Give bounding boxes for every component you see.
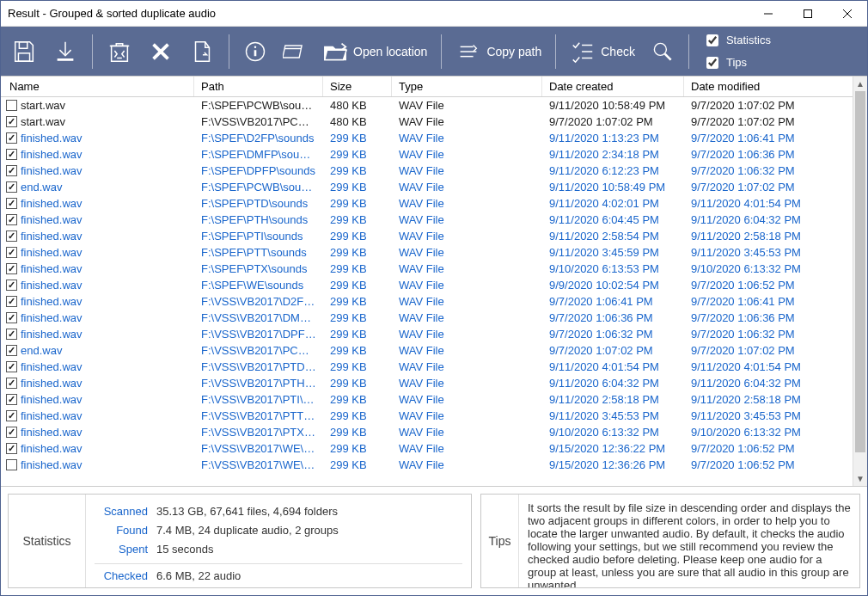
row-checkbox[interactable] (6, 149, 17, 160)
stat-scanned-key: Scanned (95, 505, 148, 518)
row-checkbox[interactable] (6, 443, 17, 454)
col-type[interactable]: Type (392, 77, 542, 96)
table-row[interactable]: end.wavF:\VSS\VB2017\PCWB\s...299 KBWAV … (1, 342, 853, 359)
svg-point-23 (654, 43, 666, 55)
cell-type: WAV File (392, 115, 542, 128)
window-button[interactable] (278, 32, 312, 71)
table-row[interactable]: finished.wavF:\SPEF\PTI\sounds299 KBWAV … (1, 228, 853, 244)
table-row[interactable]: finished.wavF:\SPEF\D2FP\sounds299 KBWAV… (1, 130, 853, 146)
stat-scanned-val: 35.13 GB, 67,641 files, 4,694 folders (156, 505, 338, 518)
row-checkbox[interactable] (6, 132, 17, 144)
cell-name: finished.wav (21, 148, 83, 161)
table-row[interactable]: finished.wavF:\VSS\VB2017\PTT\sou...299 … (1, 408, 853, 424)
row-checkbox[interactable] (6, 410, 17, 421)
minimize-button[interactable] (749, 1, 788, 27)
info-button[interactable] (238, 32, 272, 71)
scroll-thumb[interactable] (855, 91, 865, 452)
cell-size: 480 KB (323, 99, 392, 112)
row-checkbox[interactable] (6, 427, 17, 438)
table-row[interactable]: finished.wavF:\SPEF\PTH\sounds299 KBWAV … (1, 212, 853, 228)
table-row[interactable]: finished.wavF:\VSS\VB2017\WE\bin...299 K… (1, 457, 853, 473)
table-row[interactable]: finished.wavF:\SPEF\PTT\sounds299 KBWAV … (1, 244, 853, 261)
row-checkbox[interactable] (6, 296, 17, 307)
col-path[interactable]: Path (194, 77, 323, 96)
cell-type: WAV File (392, 148, 542, 161)
table-row[interactable]: start.wavF:\SPEF\PCWB\sounds480 KBWAV Fi… (1, 97, 853, 114)
table-row[interactable]: finished.wavF:\SPEF\PTX\sounds299 KBWAV … (1, 261, 853, 277)
cell-modified: 9/11/2020 2:58:18 PM (684, 230, 853, 243)
col-name[interactable]: Name (1, 77, 194, 96)
row-checkbox[interactable] (6, 165, 17, 176)
download-button[interactable] (47, 32, 83, 71)
tips-title: Tips (481, 495, 519, 587)
svg-rect-8 (112, 46, 128, 61)
open-location-button[interactable]: Open location (317, 32, 432, 71)
row-checkbox[interactable] (6, 345, 17, 356)
cell-size: 299 KB (323, 344, 392, 357)
separator (555, 34, 556, 69)
stat-checked-key: Checked (95, 569, 148, 582)
row-checkbox[interactable] (6, 280, 17, 291)
row-checkbox[interactable] (6, 181, 17, 193)
table-row[interactable]: finished.wavF:\SPEF\DMFP\sounds299 KBWAV… (1, 146, 853, 163)
copy-path-button[interactable]: Copy path (450, 32, 547, 71)
table-row[interactable]: end.wavF:\SPEF\PCWB\sounds299 KBWAV File… (1, 179, 853, 195)
table-row[interactable]: finished.wavF:\SPEF\WE\sounds299 KBWAV F… (1, 277, 853, 293)
cell-created: 9/7/2020 1:06:32 PM (542, 328, 684, 341)
search-button[interactable] (645, 32, 680, 71)
row-checkbox[interactable] (6, 100, 17, 111)
row-checkbox[interactable] (6, 394, 17, 405)
row-checkbox[interactable] (6, 230, 17, 242)
cell-name: finished.wav (21, 230, 83, 243)
row-checkbox[interactable] (6, 198, 17, 209)
recycle-button[interactable] (101, 32, 138, 71)
cell-created: 9/11/2020 6:04:45 PM (542, 213, 684, 226)
table-row[interactable]: finished.wavF:\SPEF\PTD\sounds299 KBWAV … (1, 195, 853, 212)
row-checkbox[interactable] (6, 329, 17, 340)
table-row[interactable]: start.wavF:\VSS\VB2017\PCWB\s...480 KBWA… (1, 114, 853, 130)
tips-checkbox[interactable] (706, 57, 718, 69)
row-checkbox[interactable] (6, 361, 17, 372)
table-row[interactable]: finished.wavF:\VSS\VB2017\PTX\so...299 K… (1, 424, 853, 440)
delete-button[interactable] (143, 32, 179, 71)
row-checkbox[interactable] (6, 312, 17, 323)
move-button[interactable] (184, 32, 220, 71)
tips-toggle[interactable]: Tips (703, 54, 771, 71)
cell-size: 299 KB (323, 213, 392, 226)
open-location-label: Open location (353, 45, 427, 58)
vertical-scrollbar[interactable]: ▲ ▼ (853, 77, 867, 486)
row-checkbox[interactable] (6, 116, 17, 127)
table-row[interactable]: finished.wavF:\VSS\VB2017\DMFP\s...299 K… (1, 310, 853, 326)
cell-name: finished.wav (21, 426, 83, 439)
table-row[interactable]: finished.wavF:\VSS\VB2017\DPFP\s...299 K… (1, 326, 853, 342)
scroll-up-icon[interactable]: ▲ (853, 77, 867, 91)
save-button[interactable] (6, 32, 42, 71)
row-checkbox[interactable] (6, 459, 17, 470)
row-checkbox[interactable] (6, 247, 17, 258)
cell-path: F:\VSS\VB2017\D2FP\s... (194, 295, 323, 308)
scroll-down-icon[interactable]: ▼ (853, 471, 867, 486)
table-row[interactable]: finished.wavF:\VSS\VB2017\PTI\sou...299 … (1, 391, 853, 408)
statistics-checkbox[interactable] (706, 34, 718, 46)
close-button[interactable] (828, 1, 867, 27)
table-row[interactable]: finished.wavF:\VSS\VB2017\D2FP\s...299 K… (1, 293, 853, 310)
col-size[interactable]: Size (323, 77, 392, 96)
check-button[interactable]: Check (565, 32, 640, 71)
cell-modified: 9/11/2020 2:58:18 PM (684, 393, 853, 406)
col-created[interactable]: Date created (542, 77, 684, 96)
cell-created: 9/15/2020 12:36:26 PM (542, 458, 684, 471)
row-checkbox[interactable] (6, 263, 17, 274)
row-checkbox[interactable] (6, 214, 17, 225)
col-modified[interactable]: Date modified (684, 77, 867, 96)
table-row[interactable]: finished.wavF:\VSS\VB2017\PTH\so...299 K… (1, 375, 853, 391)
cell-type: WAV File (392, 442, 542, 455)
maximize-button[interactable] (788, 1, 828, 27)
row-checkbox[interactable] (6, 378, 17, 389)
cell-name: finished.wav (21, 377, 83, 390)
statistics-toggle[interactable]: Statistics (703, 32, 771, 49)
table-row[interactable]: finished.wavF:\VSS\VB2017\PTD\so...299 K… (1, 359, 853, 375)
cell-created: 9/11/2020 4:02:01 PM (542, 197, 684, 210)
table-row[interactable]: finished.wavF:\SPEF\DPFP\sounds299 KBWAV… (1, 163, 853, 179)
table-row[interactable]: finished.wavF:\VSS\VB2017\WE\bin...299 K… (1, 440, 853, 457)
cell-modified: 9/7/2020 1:06:41 PM (684, 132, 853, 144)
